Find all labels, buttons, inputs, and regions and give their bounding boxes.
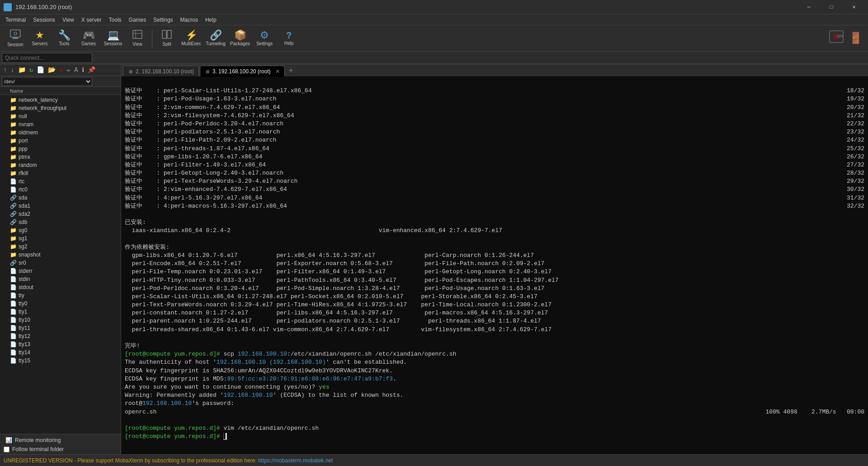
list-item[interactable]: 📄 tty13	[0, 340, 121, 348]
item-name: tty15	[19, 357, 30, 364]
toolbar-settings[interactable]: ⚙ Settings	[253, 27, 276, 50]
maximize-button[interactable]: □	[821, 0, 842, 14]
remote-monitoring-button[interactable]: 📊 Remote monitoring	[4, 436, 117, 444]
menu-macros[interactable]: Macros	[177, 14, 202, 25]
main-area: ↑ ↓ 📁 ↻ 📄 📂 ✕ ✏ A ℹ 📌 /dev/ Name 📁 n	[0, 64, 868, 454]
menu-settings[interactable]: Settings	[150, 14, 176, 25]
list-item[interactable]: 📁 ptmx	[0, 153, 121, 161]
menu-tools[interactable]: Tools	[105, 14, 125, 25]
list-item[interactable]: 📄 rtc0	[0, 185, 121, 194]
menu-sessions[interactable]: Sessions	[29, 14, 59, 25]
toolbar-sessions[interactable]: 💻 Sessions	[101, 27, 125, 50]
tools-label: Tools	[59, 41, 69, 46]
menu-help[interactable]: Help	[202, 14, 220, 25]
list-item[interactable]: 🔗 sda	[0, 194, 121, 202]
list-item[interactable]: 📁 nvram	[0, 120, 121, 128]
list-item[interactable]: 📁 sg2	[0, 243, 121, 251]
list-item[interactable]: 📁 snapshot	[0, 251, 121, 259]
sidebar-folder-icon[interactable]: 📁	[17, 65, 27, 75]
toolbar-tunneling[interactable]: 🔗 Tunneling	[204, 27, 227, 50]
list-item[interactable]: 📁 null	[0, 112, 121, 120]
sidebar-pin-icon[interactable]: 📌	[86, 65, 97, 75]
follow-terminal-checkbox[interactable]	[4, 447, 9, 452]
list-item[interactable]: 📄 tty	[0, 291, 121, 300]
tab-2[interactable]: 🖥 3. 192.168.100.20 (root) ✕	[200, 66, 285, 76]
item-name: sdb	[19, 219, 27, 225]
list-item[interactable]: 📁 port	[0, 137, 121, 145]
toolbar-session[interactable]: Session	[4, 27, 27, 50]
sidebar-filter-icon[interactable]: A	[73, 66, 79, 75]
list-item[interactable]: 📁 network_latency	[0, 96, 121, 104]
list-item[interactable]: 📁 random	[0, 161, 121, 169]
toolbar-packages[interactable]: 📦 Packages	[228, 27, 252, 50]
status-link[interactable]: https://mobaxterm.mobatek.net	[258, 457, 333, 464]
item-name: tty1	[19, 309, 27, 315]
menu-games[interactable]: Games	[125, 14, 150, 25]
list-item[interactable]: 🔗 sr0	[0, 259, 121, 267]
toolbar-help[interactable]: ? Help	[277, 27, 301, 50]
tab-close-button[interactable]: ✕	[275, 68, 280, 75]
path-selector[interactable]: /dev/	[2, 77, 92, 86]
sidebar-newfolder-icon[interactable]: 📂	[47, 65, 57, 75]
term-line: Warning: Permanently added '192.168.100.…	[125, 392, 403, 399]
list-item[interactable]: 🔗 sdb	[0, 218, 121, 226]
item-name: ppp	[19, 146, 28, 152]
term-line: perl-parent.noarch 1:0.225-244.el7 perl-…	[125, 318, 541, 324]
list-item[interactable]: 📄 tty1	[0, 308, 121, 316]
list-item[interactable]: 📄 stdin	[0, 275, 121, 283]
file-tree[interactable]: 📁 network_latency 📁 network_throughput 📁…	[0, 95, 121, 434]
sidebar-download-icon[interactable]: ↓	[9, 66, 15, 75]
list-item[interactable]: 📄 stdout	[0, 283, 121, 291]
sidebar-properties-icon[interactable]: ℹ	[80, 65, 85, 75]
list-item[interactable]: 📄 stderr	[0, 267, 121, 275]
toolbar-split[interactable]: Split	[155, 27, 179, 50]
new-tab-button[interactable]: +	[286, 66, 297, 76]
item-name: tty0	[19, 300, 27, 307]
menu-terminal[interactable]: Terminal	[2, 14, 29, 25]
list-item[interactable]: 📄 rtc	[0, 177, 121, 185]
tab-1[interactable]: 🖥 2. 192.168.100.10 (root)	[123, 66, 199, 76]
list-item[interactable]: 📁 sg1	[0, 234, 121, 243]
toolbar-multiexec[interactable]: ⚡ MultiExec	[179, 27, 203, 50]
toolbar-view[interactable]: View	[126, 27, 149, 50]
list-item[interactable]: 📄 tty10	[0, 316, 121, 324]
terminal-content[interactable]: 验证中 : perl-Scalar-List-Utils-1.27-248.el…	[121, 77, 868, 454]
list-item[interactable]: 📄 tty15	[0, 357, 121, 365]
list-item[interactable]: 🔗 sda2	[0, 210, 121, 218]
sidebar-delete-icon[interactable]: ✕	[58, 65, 64, 75]
folder-icon: 📁	[10, 97, 17, 103]
file-icon: 📄	[10, 333, 17, 339]
list-item[interactable]: 📁 network_throughput	[0, 104, 121, 112]
toolbar-games[interactable]: 🎮 Games	[77, 27, 100, 50]
quick-connect-input[interactable]	[2, 53, 92, 63]
item-name: tty10	[19, 317, 30, 323]
window-controls: ─ □ ✕	[798, 0, 864, 14]
list-item[interactable]: 📄 tty14	[0, 348, 121, 357]
list-item[interactable]: 📁 rfkill	[0, 169, 121, 177]
sidebar-rename-icon[interactable]: ✏	[66, 65, 72, 75]
list-item[interactable]: 📄 tty11	[0, 324, 121, 332]
toolbar-tools[interactable]: 🔧 Tools	[52, 27, 76, 50]
list-item[interactable]: 📁 ppp	[0, 145, 121, 153]
minimize-button[interactable]: ─	[798, 0, 819, 14]
list-item[interactable]: 📄 tty0	[0, 300, 121, 308]
sidebar-refresh-icon[interactable]: ↻	[28, 65, 34, 75]
list-item[interactable]: 📁 sg0	[0, 226, 121, 234]
toolbar-servers[interactable]: ★ Servers	[28, 27, 52, 50]
sidebar-up-icon[interactable]: ↑	[2, 66, 8, 75]
sidebar-newfile-icon[interactable]: 📄	[35, 65, 46, 75]
tab-label: 3. 192.168.100.20 (root)	[212, 68, 271, 75]
list-item[interactable]: 🔗 sda1	[0, 202, 121, 210]
folder-icon: 📁	[10, 121, 17, 128]
file-icon: 📄	[10, 178, 17, 185]
xserver-button[interactable]: ✕ srv	[827, 29, 845, 48]
item-name: tty13	[19, 341, 30, 347]
tunneling-label: Tunneling	[206, 41, 226, 46]
exit-button[interactable]: 🚪	[847, 30, 864, 47]
list-item[interactable]: 📁 oldmem	[0, 128, 121, 137]
menu-xserver[interactable]: X server	[78, 14, 105, 25]
close-button[interactable]: ✕	[844, 0, 864, 14]
menu-view[interactable]: View	[59, 14, 78, 25]
settings-icon: ⚙	[260, 30, 269, 40]
list-item[interactable]: 📄 tty12	[0, 332, 121, 340]
